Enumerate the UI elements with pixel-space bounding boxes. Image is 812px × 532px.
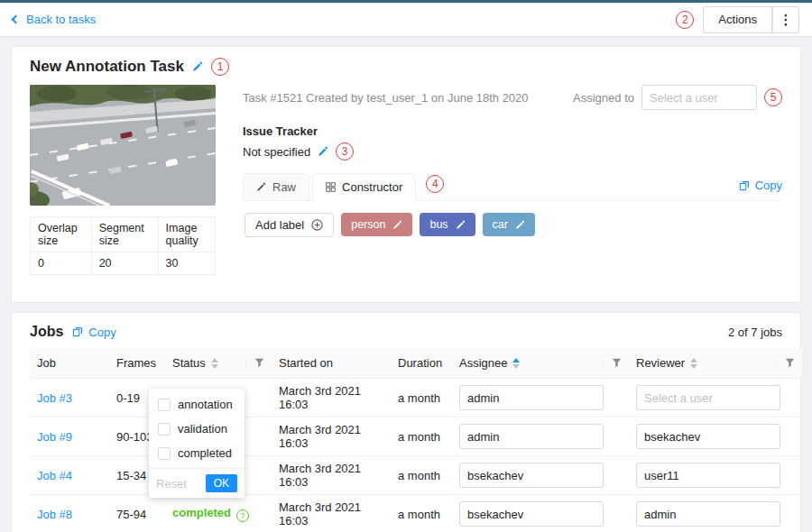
- param-value-quality: 30: [158, 252, 215, 275]
- param-header-quality: Image quality: [158, 217, 215, 252]
- job-row-4: Job #4 15-34 March 3rd 2021 16:03 a mont…: [30, 456, 802, 495]
- param-header-segment: Segment size: [91, 217, 158, 252]
- filter-dropdown-footer: Reset OK: [149, 468, 245, 498]
- column-status-label: Status: [172, 356, 206, 370]
- reviewer-input[interactable]: [636, 501, 780, 527]
- filter-option-validation[interactable]: validation: [149, 417, 245, 441]
- edit-label-icon[interactable]: [515, 220, 525, 230]
- add-label-text: Add label: [255, 218, 304, 232]
- label-chip-person[interactable]: person: [341, 213, 412, 236]
- task-meta-row: Task #1521 Created by test_user_1 on Jun…: [243, 85, 782, 110]
- column-started-on: Started on: [272, 348, 391, 379]
- copy-labels-link[interactable]: Copy: [739, 179, 782, 200]
- assignee-sort-icons[interactable]: [512, 358, 520, 369]
- back-to-tasks-link[interactable]: Back to tasks: [13, 13, 96, 26]
- duration-cell: a month: [391, 495, 452, 532]
- reviewer-input[interactable]: [636, 463, 780, 488]
- more-actions-button[interactable]: ⋮: [772, 6, 799, 33]
- assigned-to-group: Assigned to 5: [573, 85, 782, 110]
- chevron-left-icon: [12, 15, 21, 24]
- param-header-overlap: Overlap size: [31, 217, 92, 252]
- checkbox-icon[interactable]: [158, 447, 171, 460]
- column-status[interactable]: Status: [165, 348, 272, 379]
- jobs-count: 2 of 7 jobs: [728, 326, 782, 339]
- reviewer-input[interactable]: [636, 424, 780, 449]
- assignee-input[interactable]: [459, 463, 604, 488]
- filter-option-label: annotation: [178, 398, 233, 411]
- status-filter-dropdown: annotation validation completed Reset OK: [149, 389, 245, 498]
- jobs-header: Jobs Copy 2 of 7 jobs: [30, 324, 782, 340]
- copy-icon: [739, 180, 750, 191]
- assignee-input[interactable]: [459, 385, 604, 410]
- annotation-circle-3: 3: [336, 142, 354, 161]
- duration-cell: a month: [391, 456, 452, 495]
- filter-option-annotation[interactable]: annotation: [149, 392, 245, 417]
- param-value-segment: 20: [91, 252, 158, 275]
- job-link[interactable]: Job #3: [37, 391, 72, 405]
- filter-option-completed[interactable]: completed: [149, 441, 245, 465]
- task-left-column: Overlap size Segment size Image quality …: [30, 85, 216, 288]
- reset-button[interactable]: Reset: [156, 477, 187, 491]
- status-completed: completed: [172, 506, 231, 519]
- param-value-overlap: 0: [31, 252, 92, 275]
- reviewer-sort-icons[interactable]: [690, 358, 697, 369]
- job-row-9: Job #9 90-103 March 3rd 2021 16:03 a mon…: [30, 417, 802, 456]
- job-link[interactable]: Job #8: [37, 508, 72, 521]
- started-cell: March 3rd 2021 16:03: [272, 379, 391, 417]
- task-meta-text: Task #1521 Created by test_user_1 on Jun…: [243, 91, 529, 105]
- status-cell: completed?: [165, 495, 272, 532]
- tab-constructor-label: Constructor: [342, 180, 402, 194]
- status-sort-icons[interactable]: [211, 358, 218, 369]
- tab-raw[interactable]: Raw: [243, 173, 309, 201]
- edit-task-name-icon[interactable]: [192, 61, 203, 72]
- label-name: bus: [429, 218, 448, 231]
- column-duration: Duration: [391, 348, 452, 379]
- edit-issue-tracker-icon[interactable]: [318, 146, 328, 157]
- task-title: New Annotation Task: [30, 58, 184, 76]
- job-link[interactable]: Job #9: [37, 430, 72, 444]
- issue-tracker-label: Issue Tracker: [243, 124, 782, 138]
- add-label-button[interactable]: Add label: [245, 213, 334, 237]
- assigned-to-input[interactable]: [641, 85, 757, 110]
- copy-jobs-link[interactable]: Copy: [72, 326, 115, 339]
- labels-tabs-bar: Raw Constructor 4 Copy: [243, 173, 782, 201]
- job-row-3: Job #3 0-19 March 3rd 2021 16:03 a month: [30, 379, 802, 417]
- assignee-input[interactable]: [459, 501, 604, 527]
- label-chip-bus[interactable]: bus: [420, 213, 475, 236]
- assignee-input[interactable]: [459, 424, 604, 449]
- task-params-table: Overlap size Segment size Image quality …: [30, 216, 216, 275]
- started-cell: March 3rd 2021 16:03: [272, 417, 391, 456]
- actions-button[interactable]: Actions: [703, 6, 772, 33]
- plus-circle-icon: [311, 219, 323, 231]
- column-reviewer-label: Reviewer: [636, 356, 685, 370]
- checkbox-icon[interactable]: [158, 399, 171, 411]
- filter-option-label: completed: [178, 446, 232, 460]
- annotation-circle-1: 1: [211, 58, 229, 76]
- job-link[interactable]: Job #4: [37, 469, 72, 482]
- checkbox-icon[interactable]: [158, 423, 171, 436]
- duration-cell: a month: [391, 379, 452, 417]
- edit-label-icon[interactable]: [392, 220, 402, 230]
- assigned-to-label: Assigned to: [573, 91, 634, 105]
- tab-constructor[interactable]: Constructor: [312, 173, 416, 201]
- copy-label: Copy: [755, 179, 782, 192]
- label-chip-car[interactable]: car: [483, 213, 535, 236]
- back-label: Back to tasks: [26, 13, 96, 26]
- reviewer-filter-icon[interactable]: [776, 358, 795, 368]
- edit-label-icon[interactable]: [456, 220, 466, 230]
- jobs-table-header-row: Job Frames Status Started on Duration As…: [30, 348, 802, 379]
- topbar-right: 2 Actions ⋮: [676, 6, 799, 33]
- ok-button[interactable]: OK: [206, 474, 237, 492]
- reviewer-input[interactable]: [636, 385, 780, 410]
- issue-tracker-value-row: Not specified 3: [243, 142, 782, 161]
- column-assignee[interactable]: Assignee: [452, 348, 629, 379]
- tab-raw-label: Raw: [272, 180, 296, 194]
- task-body: Overlap size Segment size Image quality …: [30, 85, 782, 288]
- status-filter-icon[interactable]: [245, 358, 264, 368]
- question-circle-icon[interactable]: ?: [236, 509, 249, 522]
- assignee-filter-icon[interactable]: [603, 358, 622, 368]
- column-reviewer[interactable]: Reviewer: [629, 348, 802, 379]
- annotation-circle-4: 4: [426, 175, 444, 193]
- column-frames: Frames: [109, 348, 165, 379]
- job-row-8: Job #8 75-94 completed? March 3rd 2021 1…: [30, 495, 802, 532]
